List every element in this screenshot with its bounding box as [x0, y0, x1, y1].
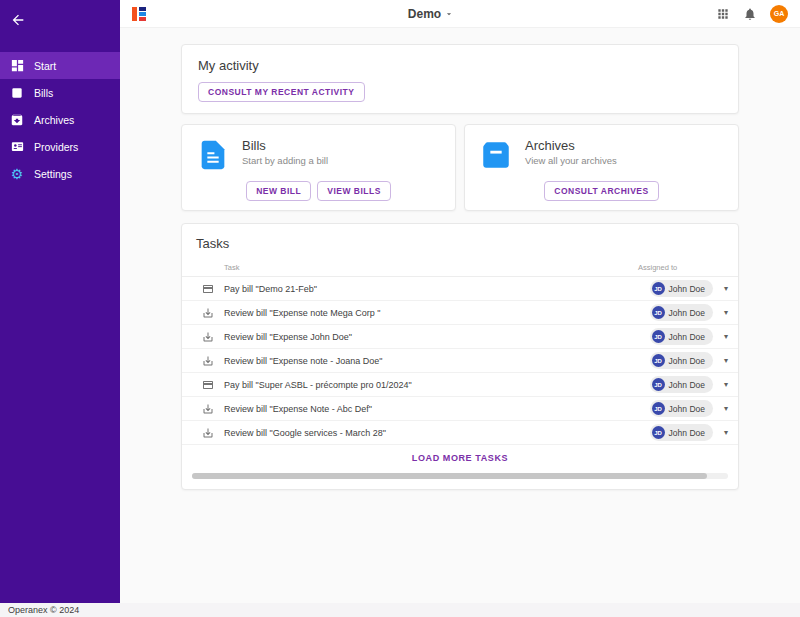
assignee-avatar: JD [652, 426, 665, 439]
top-header: Demo GA [120, 0, 800, 28]
assignee-chip[interactable]: JD John Doe [650, 376, 713, 393]
new-bill-button[interactable]: NEW BILL [246, 181, 311, 201]
copyright-text: Operanex © 2024 [8, 605, 79, 615]
task-label: Pay bill "Demo 21-Feb" [224, 284, 650, 294]
assignee-chip[interactable]: JD John Doe [650, 280, 713, 297]
bills-note-icon [9, 85, 25, 101]
sidebar-item-settings[interactable]: ⚙ Settings [0, 160, 120, 187]
download-icon [201, 306, 215, 320]
task-row: Review bill "Expense Note - Abc Def" JD … [182, 397, 738, 421]
task-label: Review bill "Expense John Doe" [224, 332, 650, 342]
assignee-chip[interactable]: JD John Doe [650, 400, 713, 417]
download-icon [201, 402, 215, 416]
sidebar: Start Bills Archives Providers ⚙ Setting… [0, 0, 120, 603]
sidebar-item-providers[interactable]: Providers [0, 133, 120, 160]
assignee-chip[interactable]: JD John Doe [650, 304, 713, 321]
assignee-name: John Doe [669, 356, 705, 366]
bills-document-icon [196, 138, 230, 176]
assignee-name: John Doe [669, 308, 705, 318]
header-actions: GA [716, 5, 788, 23]
assignee-name: John Doe [669, 332, 705, 342]
main-content: My activity CONSULT MY RECENT ACTIVITY B… [120, 28, 800, 603]
assignee-name: John Doe [669, 284, 705, 294]
download-icon [201, 426, 215, 440]
task-row: Review bill "Expense John Doe" JD John D… [182, 325, 738, 349]
chevron-down-icon[interactable]: ▾ [724, 356, 728, 365]
task-label: Review bill "Expense note - Joana Doe" [224, 356, 650, 366]
chevron-down-icon[interactable]: ▾ [724, 428, 728, 437]
task-row: Review bill "Expense note Mega Corp " JD… [182, 301, 738, 325]
chevron-down-icon[interactable]: ▾ [724, 308, 728, 317]
assignee-avatar: JD [652, 306, 665, 319]
consult-activity-button[interactable]: CONSULT MY RECENT ACTIVITY [198, 82, 365, 102]
assignee-avatar: JD [652, 402, 665, 415]
settings-gear-icon: ⚙ [9, 166, 25, 182]
column-header-task: Task [224, 263, 638, 272]
bills-card: Bills Start by adding a bill NEW BILL VI… [181, 124, 456, 211]
archives-title: Archives [525, 138, 617, 153]
sidebar-item-label: Start [34, 60, 56, 72]
tasks-table-header: Task Assigned to [182, 259, 738, 277]
provider-card-icon [9, 139, 25, 155]
sidebar-item-label: Providers [34, 141, 78, 153]
sidebar-item-start[interactable]: Start [0, 52, 120, 79]
apps-grid-icon[interactable] [716, 7, 730, 21]
task-label: Pay bill "Super ASBL - précompte pro 01/… [224, 380, 650, 390]
sidebar-item-label: Archives [34, 114, 74, 126]
chevron-down-icon[interactable]: ▾ [724, 332, 728, 341]
sidebar-item-label: Bills [34, 87, 53, 99]
bills-title: Bills [242, 138, 328, 153]
view-bills-button[interactable]: VIEW BILLS [317, 181, 391, 201]
payment-icon [201, 378, 215, 392]
assignee-avatar: JD [652, 330, 665, 343]
chevron-down-icon[interactable]: ▾ [724, 380, 728, 389]
chevron-down-icon [444, 5, 454, 23]
sidebar-item-archives[interactable]: Archives [0, 106, 120, 133]
tasks-rows: Pay bill "Demo 21-Feb" JD John Doe ▾ Rev… [182, 277, 738, 445]
payment-icon [201, 282, 215, 296]
assignee-chip[interactable]: JD John Doe [650, 424, 713, 441]
app-logo-icon [132, 7, 146, 21]
tasks-title: Tasks [182, 236, 738, 251]
consult-archives-button[interactable]: CONSULT ARCHIVES [544, 181, 658, 201]
task-row: Review bill "Expense note - Joana Doe" J… [182, 349, 738, 373]
task-row: Pay bill "Demo 21-Feb" JD John Doe ▾ [182, 277, 738, 301]
assignee-avatar: JD [652, 282, 665, 295]
user-avatar[interactable]: GA [770, 5, 788, 23]
assignee-chip[interactable]: JD John Doe [650, 352, 713, 369]
chevron-down-icon[interactable]: ▾ [724, 284, 728, 293]
assignee-chip[interactable]: JD John Doe [650, 328, 713, 345]
bills-subtitle: Start by adding a bill [242, 155, 328, 166]
workspace-name: Demo [408, 7, 441, 21]
download-icon [201, 354, 215, 368]
arrow-back-icon [10, 12, 26, 32]
task-row: Review bill "Google services - March 28"… [182, 421, 738, 445]
sidebar-item-label: Settings [34, 168, 72, 180]
assignee-avatar: JD [652, 378, 665, 391]
archives-box-icon [479, 138, 513, 176]
activity-title: My activity [198, 58, 722, 73]
notifications-bell-icon[interactable] [743, 7, 757, 21]
archive-box-icon [9, 112, 25, 128]
assignee-avatar: JD [652, 354, 665, 367]
assignee-name: John Doe [669, 404, 705, 414]
activity-card: My activity CONSULT MY RECENT ACTIVITY [181, 44, 739, 114]
sidebar-item-bills[interactable]: Bills [0, 79, 120, 106]
task-label: Review bill "Expense note Mega Corp " [224, 308, 650, 318]
workspace-selector[interactable]: Demo [146, 5, 716, 23]
back-button[interactable] [0, 0, 120, 38]
page-footer: Operanex © 2024 [0, 603, 800, 617]
scrollbar-thumb[interactable] [192, 473, 707, 479]
task-label: Review bill "Google services - March 28" [224, 428, 650, 438]
sidebar-nav: Start Bills Archives Providers ⚙ Setting… [0, 52, 120, 187]
task-row: Pay bill "Super ASBL - précompte pro 01/… [182, 373, 738, 397]
load-more-tasks-button[interactable]: LOAD MORE TASKS [412, 453, 508, 463]
column-header-assigned: Assigned to [638, 263, 726, 272]
archives-subtitle: View all your archives [525, 155, 617, 166]
assignee-name: John Doe [669, 428, 705, 438]
dashboard-icon [9, 58, 25, 74]
task-label: Review bill "Expense Note - Abc Def" [224, 404, 650, 414]
chevron-down-icon[interactable]: ▾ [724, 404, 728, 413]
assignee-name: John Doe [669, 380, 705, 390]
horizontal-scrollbar [192, 473, 728, 479]
